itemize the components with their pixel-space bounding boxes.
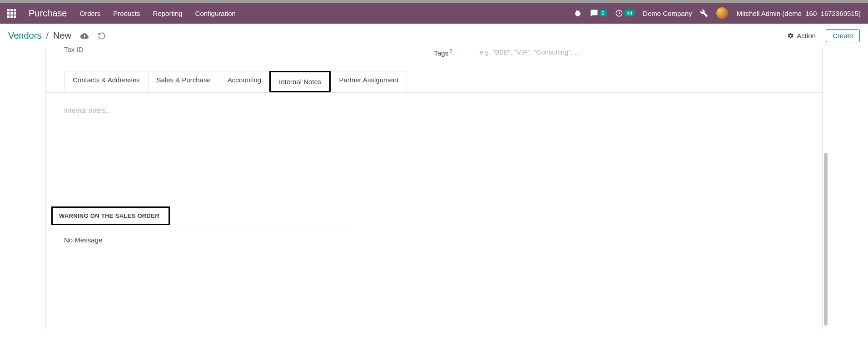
tab-sales-purchase[interactable]: Sales & Purchase (148, 71, 219, 92)
main-navbar: Purchase Orders Products Reporting Confi… (0, 3, 868, 24)
company-switcher[interactable]: Demo Company (643, 10, 692, 17)
bug-icon[interactable] (574, 9, 582, 17)
activities-icon[interactable]: 44 (615, 9, 635, 17)
discard-icon[interactable] (98, 32, 106, 40)
user-menu[interactable]: Mitchell Admin (demo_160_1672369515) (736, 10, 861, 17)
help-icon[interactable]: ? (449, 48, 452, 54)
internal-notes-input[interactable]: Internal notes... (64, 106, 804, 197)
form-sheet: Tax ID Tags? e.g. "B2B", "VIP", "Consult… (45, 48, 823, 330)
tags-input[interactable]: e.g. "B2B", "VIP", "Consulting", ... (479, 48, 580, 56)
save-cloud-icon[interactable] (80, 32, 89, 40)
action-menu[interactable]: Action (787, 32, 816, 40)
breadcrumb: Vendors / New (8, 30, 106, 41)
tab-internal-notes[interactable]: Internal Notes (269, 71, 331, 92)
warning-section-title: WARNING ON THE SALES ORDER (51, 206, 170, 225)
warning-value[interactable]: No Message (46, 225, 822, 255)
menu-configuration[interactable]: Configuration (195, 10, 236, 17)
breadcrumb-current: New (53, 30, 71, 41)
apps-icon[interactable] (7, 9, 16, 18)
menu-reporting[interactable]: Reporting (153, 10, 183, 17)
menu-orders[interactable]: Orders (80, 10, 101, 17)
tax-id-label: Tax ID (64, 45, 434, 55)
tab-partner-assignment[interactable]: Partner Assignment (330, 71, 407, 92)
notebook-tabs: Contacts & Addresses Sales & Purchase Ac… (46, 71, 822, 93)
avatar[interactable] (716, 7, 728, 19)
tools-icon[interactable] (700, 9, 708, 17)
breadcrumb-root[interactable]: Vendors (8, 30, 41, 41)
scrollbar-thumb[interactable] (824, 153, 828, 326)
menu-products[interactable]: Products (113, 10, 140, 17)
tab-contacts-addresses[interactable]: Contacts & Addresses (64, 71, 149, 92)
tab-accounting[interactable]: Accounting (219, 71, 270, 92)
messages-icon[interactable]: 5 (590, 9, 607, 17)
control-bar: Vendors / New Action Create (0, 24, 868, 48)
create-button[interactable]: Create (826, 29, 860, 42)
messages-badge: 5 (600, 10, 607, 16)
app-name[interactable]: Purchase (29, 8, 67, 19)
tags-label: Tags? (434, 48, 452, 57)
activities-badge: 44 (625, 10, 635, 16)
